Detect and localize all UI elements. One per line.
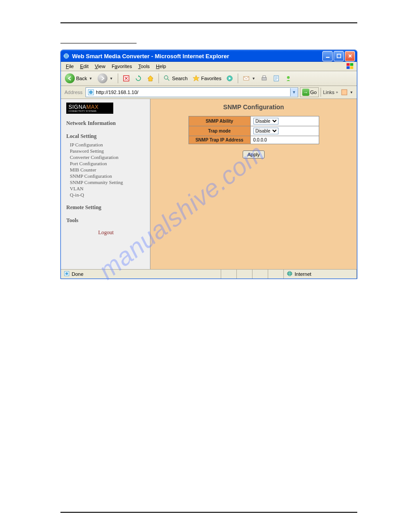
- status-slot-4: [268, 270, 284, 279]
- logout-link[interactable]: Logout: [66, 229, 146, 236]
- menu-file[interactable]: File: [63, 63, 77, 70]
- svg-point-16: [89, 90, 93, 94]
- menu-help[interactable]: Help: [153, 63, 169, 70]
- content-area: SIGNAMAX CONNECTIVITY SYSTEMS Network In…: [61, 99, 357, 269]
- menu-favorites[interactable]: Favorites: [108, 63, 135, 70]
- status-text: Done: [72, 271, 83, 277]
- trap-mode-select[interactable]: Disable: [253, 128, 278, 134]
- back-label: Back: [76, 76, 87, 81]
- window-close-button[interactable]: [345, 51, 355, 61]
- search-button[interactable]: Search: [162, 74, 189, 83]
- window-minimize-button[interactable]: [322, 51, 333, 61]
- sidebar-heading-tools[interactable]: Tools: [66, 217, 146, 224]
- trap-ip-label: SNMP Trap IP Address: [188, 136, 250, 144]
- snmp-ability-select[interactable]: Disable: [253, 118, 278, 124]
- links-chevron-icon: »: [336, 90, 338, 94]
- sidebar: SIGNAMAX CONNECTIVITY SYSTEMS Network In…: [61, 99, 150, 269]
- svg-rect-3: [347, 63, 350, 66]
- standard-toolbar: Back ▼ ▼: [61, 71, 357, 86]
- sidebar-heading-remote-setting[interactable]: Remote Setting: [66, 204, 146, 211]
- extra-button[interactable]: ▼: [340, 89, 355, 96]
- forward-arrow-icon: [98, 73, 107, 83]
- svg-point-14: [287, 76, 290, 79]
- snmp-config-table: SNMP Ability Disable Trap mode Disable: [188, 116, 319, 144]
- home-icon: [147, 75, 154, 82]
- svg-rect-6: [350, 66, 353, 69]
- sidebar-item-password-setting[interactable]: Password Setting: [70, 148, 146, 154]
- forward-button[interactable]: ▼: [96, 73, 115, 84]
- back-dropdown-icon[interactable]: ▼: [88, 77, 93, 81]
- address-dropdown-icon[interactable]: ▼: [290, 88, 298, 96]
- svg-rect-11: [262, 77, 266, 80]
- top-rule: [60, 22, 357, 23]
- page-favicon-icon: [87, 89, 94, 96]
- window-maximize-button[interactable]: [334, 51, 344, 61]
- sidebar-item-vlan[interactable]: VLAN: [70, 185, 146, 192]
- go-button[interactable]: → Go: [300, 87, 319, 97]
- brand-logo: SIGNAMAX CONNECTIVITY SYSTEMS: [66, 103, 113, 114]
- stop-button[interactable]: [121, 74, 132, 83]
- stop-icon: [123, 75, 130, 82]
- svg-point-19: [65, 272, 68, 275]
- links-toolbar[interactable]: Links »: [321, 88, 338, 97]
- print-button[interactable]: [259, 74, 270, 83]
- sidebar-item-port-configuration[interactable]: Port Configuration: [70, 160, 146, 167]
- sidebar-item-mib-counter[interactable]: MIB Counter: [70, 167, 146, 173]
- go-label: Go: [310, 90, 317, 95]
- page-done-icon: [64, 270, 70, 278]
- svg-point-0: [64, 54, 69, 59]
- trap-ip-input[interactable]: [253, 137, 316, 142]
- main-panel: SNMP Configuration SNMP Ability Disable …: [150, 99, 357, 269]
- sidebar-item-snmp-community[interactable]: SNMP Community Setting: [70, 179, 146, 185]
- svg-rect-5: [347, 66, 350, 69]
- sidebar-item-converter-configuration[interactable]: Converter Configuration: [70, 154, 146, 160]
- forward-dropdown-icon[interactable]: ▼: [109, 77, 113, 81]
- svg-point-8: [164, 76, 168, 79]
- back-arrow-icon: [65, 73, 75, 83]
- sidebar-heading-network-info[interactable]: Network Information: [66, 120, 146, 127]
- search-label: Search: [172, 76, 188, 81]
- internet-zone-icon: [287, 270, 293, 278]
- favorites-label: Favorites: [201, 76, 221, 81]
- sidebar-item-q-in-q[interactable]: Q-in-Q: [70, 192, 146, 198]
- apply-button[interactable]: Apply: [243, 150, 265, 159]
- menu-bar: File Edit View Favorites Tools Help: [61, 62, 357, 71]
- address-input[interactable]: [96, 90, 290, 95]
- back-button[interactable]: Back ▼: [63, 73, 94, 84]
- sidebar-item-ip-configuration[interactable]: IP Configuration: [70, 142, 146, 148]
- menu-edit[interactable]: Edit: [77, 63, 92, 70]
- ie-app-icon: [63, 52, 70, 60]
- home-button[interactable]: [145, 74, 156, 83]
- window-titlebar: Web Smart Media Converter - Microsoft In…: [61, 50, 357, 62]
- favorites-button[interactable]: Favorites: [191, 74, 223, 83]
- ie-window: Web Smart Media Converter - Microsoft In…: [60, 50, 357, 279]
- refresh-icon: [135, 75, 142, 82]
- menu-view[interactable]: View: [92, 63, 109, 70]
- edit-icon: [273, 75, 280, 82]
- address-bar: Address ▼ → Go Links » ▼: [61, 86, 357, 99]
- sidebar-item-snmp-configuration[interactable]: SNMP Configuration: [70, 173, 146, 179]
- toolbar-separator: [158, 73, 159, 83]
- windows-flag-icon: [346, 62, 355, 70]
- table-row: SNMP Ability Disable: [188, 116, 319, 126]
- refresh-button[interactable]: [133, 74, 144, 83]
- logo-subtext: CONNECTIVITY SYSTEMS: [68, 110, 111, 112]
- sidebar-heading-local-setting[interactable]: Local Setting: [66, 133, 146, 140]
- snmp-ability-label: SNMP Ability: [188, 116, 250, 126]
- svg-rect-4: [350, 63, 353, 66]
- extra-dropdown-icon[interactable]: ▼: [349, 90, 354, 94]
- status-slot-3: [253, 270, 268, 279]
- zone-text: Internet: [295, 271, 311, 277]
- status-message-cell: Done: [61, 270, 221, 279]
- address-input-wrap[interactable]: ▼: [86, 87, 298, 97]
- go-arrow-icon: →: [302, 89, 309, 96]
- media-button[interactable]: [224, 74, 235, 83]
- mail-button[interactable]: ▼: [241, 74, 257, 83]
- edit-button[interactable]: [271, 74, 282, 83]
- messenger-button[interactable]: [283, 74, 294, 83]
- mail-dropdown-icon[interactable]: ▼: [251, 77, 256, 81]
- menu-tools[interactable]: Tools: [135, 63, 153, 70]
- table-row: SNMP Trap IP Address: [188, 136, 319, 144]
- svg-rect-17: [342, 90, 347, 95]
- links-label: Links: [323, 90, 334, 95]
